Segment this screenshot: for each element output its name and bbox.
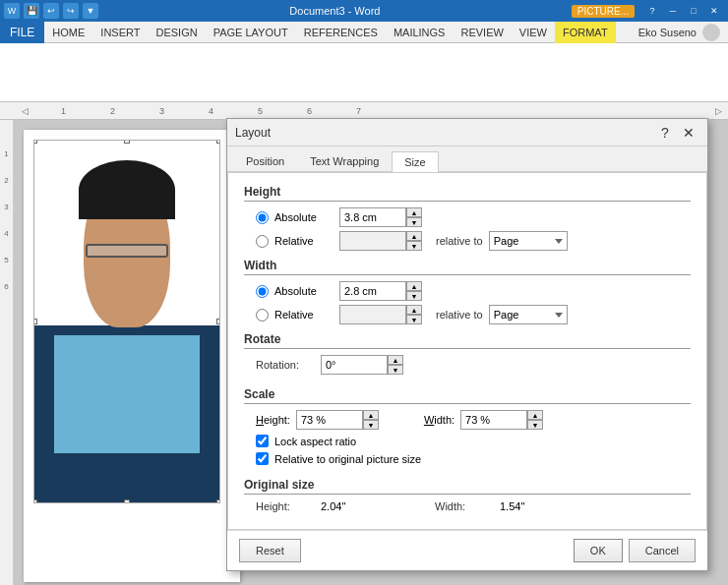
height-relative-radio[interactable] xyxy=(256,235,269,248)
height-absolute-up[interactable]: ▲ xyxy=(406,207,422,217)
height-section-title: Height xyxy=(244,185,691,202)
resize-handle-mr[interactable] xyxy=(216,319,220,324)
dialog-close-button[interactable]: ✕ xyxy=(678,123,699,143)
resize-handle-bm[interactable] xyxy=(124,499,130,503)
tab-size[interactable]: Size xyxy=(392,151,438,172)
lock-aspect-label: Lock aspect ratio xyxy=(274,436,356,447)
tab-page-layout[interactable]: PAGE LAYOUT xyxy=(206,22,296,43)
dialog-help-button[interactable]: ? xyxy=(654,123,676,143)
tab-review[interactable]: REVIEW xyxy=(453,22,511,43)
tab-format[interactable]: FORMAT xyxy=(555,22,616,43)
resize-handle-ml[interactable] xyxy=(33,319,37,324)
height-absolute-label: Absolute xyxy=(274,211,334,223)
cancel-button[interactable]: Cancel xyxy=(629,539,696,562)
height-absolute-spinbtns: ▲ ▼ xyxy=(406,207,422,227)
resize-handle-tr[interactable] xyxy=(216,140,220,144)
rotation-row: Rotation: ▲ ▼ xyxy=(244,355,691,375)
width-absolute-spinbtns: ▲ ▼ xyxy=(406,281,422,301)
scale-width-spin: ▲ ▼ xyxy=(460,410,543,430)
width-relative-up[interactable]: ▲ xyxy=(406,305,422,315)
width-relative-spinbtns: ▲ ▼ xyxy=(406,305,422,324)
lock-aspect-row: Lock aspect ratio xyxy=(244,435,691,447)
tab-insert[interactable]: INSERT xyxy=(92,22,148,43)
relative-original-checkbox[interactable] xyxy=(256,452,269,465)
save-icon[interactable]: 💾 xyxy=(24,3,39,19)
scale-height-label: Height: xyxy=(256,414,290,426)
width-absolute-up[interactable]: ▲ xyxy=(406,281,422,291)
width-absolute-spin: ▲ ▼ xyxy=(339,281,422,301)
height-absolute-down[interactable]: ▼ xyxy=(406,217,422,227)
height-relative-down[interactable]: ▼ xyxy=(406,241,422,251)
resize-handle-tl[interactable] xyxy=(33,140,37,144)
resize-handle-br[interactable] xyxy=(216,499,220,503)
resize-handle-bl[interactable] xyxy=(33,499,37,503)
redo-icon[interactable]: ↪ xyxy=(63,3,79,19)
resize-handle-tm[interactable] xyxy=(124,140,130,144)
height-absolute-spin: ▲ ▼ xyxy=(339,207,422,227)
rotation-input[interactable] xyxy=(321,355,388,375)
ok-button[interactable]: OK xyxy=(574,539,623,562)
close-button[interactable]: ✕ xyxy=(704,3,724,19)
original-height-value: 2.04" xyxy=(321,500,399,512)
height-absolute-row: Absolute ▲ ▼ xyxy=(256,207,691,227)
reset-button[interactable]: Reset xyxy=(239,539,301,562)
scale-section-title: Scale xyxy=(244,387,691,404)
width-relative-to-select[interactable]: Page xyxy=(489,305,568,324)
rotation-up[interactable]: ▲ xyxy=(388,355,403,365)
tab-mailings[interactable]: MAILINGS xyxy=(386,22,454,43)
scale-width-input[interactable] xyxy=(460,410,527,430)
tab-references[interactable]: REFERENCES xyxy=(296,22,386,43)
width-relative-input[interactable] xyxy=(339,305,406,324)
user-name: Eko Suseno xyxy=(638,27,697,38)
tab-position[interactable]: Position xyxy=(233,150,297,171)
width-relative-radio[interactable] xyxy=(256,309,269,322)
vertical-ruler: 1 2 3 4 5 6 xyxy=(0,120,14,585)
height-absolute-input[interactable] xyxy=(339,207,406,227)
tab-text-wrapping[interactable]: Text Wrapping xyxy=(297,150,392,171)
rotate-section-title: Rotate xyxy=(244,332,691,349)
original-width-label: Width: xyxy=(435,500,494,512)
tab-view[interactable]: VIEW xyxy=(512,22,555,43)
width-relative-down[interactable]: ▼ xyxy=(406,315,422,324)
width-absolute-row: Absolute ▲ ▼ xyxy=(256,281,691,301)
height-relative-to-label: relative to xyxy=(436,235,483,247)
minimize-button[interactable]: ─ xyxy=(663,3,683,19)
scale-height-down[interactable]: ▼ xyxy=(363,420,379,430)
picture-tab-label: PICTURE... xyxy=(572,5,635,18)
help-button[interactable]: ? xyxy=(642,3,662,19)
more-icon[interactable]: ▼ xyxy=(83,3,98,19)
height-absolute-radio[interactable] xyxy=(256,211,269,224)
rotation-down[interactable]: ▼ xyxy=(388,365,403,375)
title-bar-controls: ? ─ □ ✕ xyxy=(642,3,724,19)
width-section-title: Width xyxy=(244,259,691,275)
height-relative-spinbtns: ▲ ▼ xyxy=(406,231,422,251)
title-bar-title: Document3 - Word xyxy=(98,5,572,17)
photo-image xyxy=(33,140,220,503)
tab-home[interactable]: HOME xyxy=(44,22,92,43)
scale-height-up[interactable]: ▲ xyxy=(363,410,379,420)
width-relative-to-label: relative to xyxy=(436,309,483,321)
dialog-controls: ? ✕ xyxy=(654,123,699,143)
file-button[interactable]: FILE xyxy=(0,22,44,43)
scale-width-up[interactable]: ▲ xyxy=(527,410,543,420)
height-relative-to-select[interactable]: Page xyxy=(489,231,568,251)
relative-original-label: Relative to original picture size xyxy=(274,453,421,465)
maximize-button[interactable]: □ xyxy=(684,3,703,19)
tab-design[interactable]: DESIGN xyxy=(148,22,205,43)
width-options: Absolute ▲ ▼ Relative xyxy=(244,281,691,324)
width-absolute-label: Absolute xyxy=(274,285,334,297)
height-relative-input[interactable] xyxy=(339,231,406,251)
height-relative-row: Relative ▲ ▼ relative to Page xyxy=(256,231,691,251)
width-absolute-radio[interactable] xyxy=(256,285,269,298)
title-bar: W 💾 ↩ ↪ ▼ Document3 - Word PICTURE... ? … xyxy=(0,0,728,22)
scale-height-input[interactable] xyxy=(296,410,363,430)
undo-icon[interactable]: ↩ xyxy=(43,3,59,19)
width-absolute-down[interactable]: ▼ xyxy=(406,291,422,301)
height-relative-label: Relative xyxy=(274,235,334,247)
scale-width-down[interactable]: ▼ xyxy=(527,420,543,430)
layout-dialog: Layout ? ✕ Position Text Wrapping Size H… xyxy=(226,118,708,571)
height-relative-up[interactable]: ▲ xyxy=(406,231,422,241)
width-absolute-input[interactable] xyxy=(339,281,406,301)
width-relative-label: Relative xyxy=(274,309,334,321)
lock-aspect-checkbox[interactable] xyxy=(256,435,269,447)
